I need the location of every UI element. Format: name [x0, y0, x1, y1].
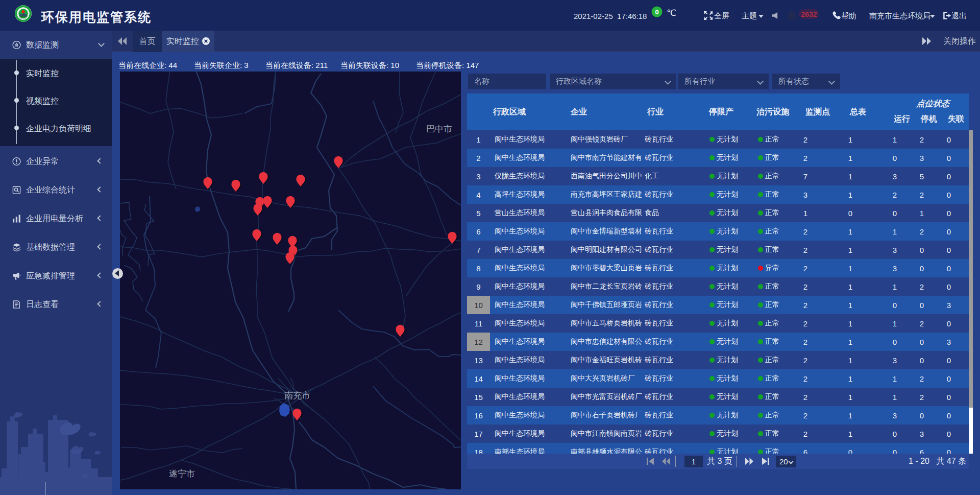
svg-text:遂宁市: 遂宁市	[169, 469, 195, 479]
svg-text:0: 0	[655, 8, 658, 16]
svg-text:南充市: 南充市	[284, 391, 310, 400]
svg-text:巴中市: 巴中市	[426, 124, 452, 134]
